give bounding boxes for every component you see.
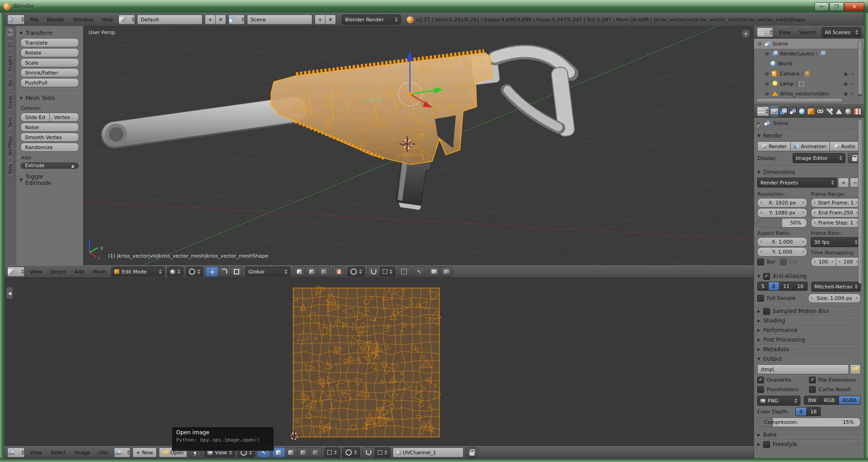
editor-type-image-button[interactable] — [7, 447, 25, 457]
editor-type-info-button[interactable] — [7, 15, 25, 25]
output-path-browse-button[interactable] — [850, 364, 861, 374]
panel-grip[interactable]: :::: — [73, 31, 80, 35]
manipulator-translate-toggle[interactable] — [206, 267, 218, 277]
screen-layout-icon-button[interactable] — [118, 15, 135, 25]
uv-face-select-button[interactable] — [297, 447, 310, 457]
scene-selector[interactable]: Scene — [247, 15, 312, 25]
panel-grip[interactable]: :::: — [73, 96, 80, 100]
open-properties-region-button[interactable]: + — [742, 30, 750, 38]
aa-samples-5[interactable]: 5 — [757, 282, 769, 291]
sticky-selection-selector[interactable] — [324, 447, 340, 457]
editor-type-outliner-button[interactable] — [757, 27, 773, 37]
aspect-x-field[interactable]: X:1.000 — [757, 237, 807, 247]
outliner-menu-search[interactable]: Search — [796, 29, 819, 36]
snap-peel-object-button[interactable] — [398, 267, 410, 277]
outliner-menu-view[interactable]: View — [775, 29, 794, 36]
shelf-tab-relations[interactable]: Rela — [7, 161, 14, 177]
screen-layout-selector[interactable]: Default — [137, 15, 202, 25]
shrink-fatten-button[interactable]: Shrink/Fatten — [20, 68, 79, 77]
bake-panel-header[interactable]: ▶ Bake :::: — [757, 430, 861, 439]
resolution-x-field[interactable]: X:1920 px — [757, 198, 807, 208]
render-still-button[interactable]: Render — [757, 141, 791, 151]
manipulate-center-points-button[interactable]: ↖ — [413, 267, 425, 277]
tab-object[interactable] — [807, 106, 815, 116]
color-mode-bw[interactable]: BW — [804, 396, 820, 405]
outliner-display-filter[interactable]: All Scenes — [822, 27, 861, 37]
panel-grip[interactable]: :::: — [853, 432, 861, 437]
anti-aliasing-panel-header[interactable]: ▼ ✓ Anti-Aliasing :::: — [757, 272, 861, 281]
uv-snap-element-selector[interactable] — [375, 447, 390, 457]
outliner-row-world[interactable]: World — [754, 59, 864, 69]
mode-selector[interactable]: Edit Mode — [111, 267, 165, 277]
edge-select-mode-button[interactable] — [306, 267, 318, 277]
close-scene-button[interactable]: ✕ — [326, 15, 336, 25]
region-collapse-arrow[interactable]: ◀ — [6, 287, 13, 299]
performance-panel-header[interactable]: ▶ Performance :::: — [757, 325, 861, 335]
transform-orientation-selector[interactable]: Global — [245, 267, 291, 277]
resolution-percentage-slider[interactable]: 50% — [757, 218, 807, 228]
slide-edge-button[interactable]: Slide Ed — [20, 113, 50, 122]
proportional-edit-selector[interactable] — [347, 267, 365, 277]
mesh-tools-panel-header[interactable]: ▼ Mesh Tools :::: — [20, 94, 80, 103]
tab-world[interactable] — [798, 106, 806, 116]
tab-object-data[interactable] — [835, 106, 843, 116]
minimize-button[interactable]: — — [814, 2, 829, 11]
new-image-button[interactable]: + New — [133, 447, 157, 457]
outliner-horizontal-scrollbar[interactable] — [756, 98, 843, 103]
noise-button[interactable]: Noise — [20, 123, 79, 132]
compression-slider[interactable]: Compression: 15% — [757, 417, 861, 427]
add-scene-button[interactable]: + — [315, 15, 326, 25]
outliner-vertical-scrollbar[interactable] — [858, 40, 863, 95]
crop-checkbox[interactable] — [780, 258, 787, 265]
randomize-button[interactable]: Randomize — [20, 143, 79, 152]
aa-checkbox[interactable]: ✓ — [763, 273, 770, 280]
aspect-y-field[interactable]: Y:1.000 — [757, 247, 807, 257]
shelf-tab-tank[interactable]: Tank — [7, 114, 14, 131]
tab-modifiers[interactable] — [826, 106, 833, 116]
3d-menu-mesh[interactable]: Mesh — [89, 268, 109, 276]
limit-selection-visible-toggle[interactable] — [332, 267, 345, 277]
snap-toggle[interactable] — [367, 267, 380, 277]
frame-rate-selector[interactable]: 30 fps — [811, 237, 861, 247]
freestyle-checkbox[interactable] — [763, 441, 770, 448]
pin-id-icon[interactable] — [757, 122, 760, 124]
push-pull-button[interactable]: Push/Pull — [20, 78, 79, 87]
transform-panel-header[interactable]: ▼ Transform :::: — [20, 29, 80, 38]
tab-material[interactable] — [844, 106, 852, 116]
visibility-eye-icon[interactable]: ◉ — [842, 91, 849, 96]
outliner-row-camera[interactable]: ⊕ Camera | ◉ ↖ ▣ — [754, 69, 864, 79]
render-presets-selector[interactable]: Render Presets — [757, 178, 837, 188]
file-extensions-checkbox[interactable]: ✓ — [809, 377, 816, 383]
menu-render[interactable]: Render — [44, 16, 68, 24]
panel-grip[interactable]: :::: — [853, 357, 861, 361]
tab-render[interactable] — [770, 106, 778, 116]
render-panel-header[interactable]: ▼ Render :::: — [757, 131, 861, 140]
menu-window[interactable]: Window — [70, 16, 96, 24]
post-processing-panel-header[interactable]: ▶ Post Processing :::: — [757, 335, 861, 344]
shelf-tab-wotmap[interactable]: WoTMap — [7, 133, 14, 159]
expand-icon[interactable]: ⊕ — [764, 71, 770, 77]
output-panel-header[interactable]: ▼ Output :::: — [757, 354, 861, 363]
panel-grip[interactable]: :::: — [853, 338, 861, 342]
menu-file[interactable]: File — [27, 16, 41, 24]
end-frame-field[interactable]: End Fram:250 — [811, 208, 861, 218]
viewport-shading-selector[interactable] — [167, 267, 183, 277]
render-display-selector[interactable]: Image Editor — [793, 153, 845, 163]
3d-menu-add[interactable]: Add — [71, 268, 87, 276]
3d-menu-view[interactable]: View — [27, 268, 45, 276]
render-animation-button[interactable]: Animation — [791, 141, 830, 151]
cache-result-row[interactable]: Cache Result — [809, 385, 861, 394]
scale-button[interactable]: Scale — [20, 58, 79, 67]
3d-viewport[interactable]: y x User Persp (1) |kriss_vector|vis|kri… — [83, 26, 754, 266]
uv-edge-select-button[interactable] — [285, 447, 297, 457]
visibility-eye-icon[interactable]: ◉ — [842, 71, 849, 76]
translate-button[interactable]: Translate — [20, 38, 79, 47]
panel-grip[interactable]: :::: — [853, 347, 861, 352]
editor-type-properties-button[interactable] — [757, 106, 769, 116]
close-button[interactable]: ✕ — [844, 2, 864, 11]
color-mode-rgb[interactable]: RGB — [820, 396, 839, 405]
close-layout-button[interactable]: ✕ — [216, 15, 226, 25]
render-audio-button[interactable]: Audio — [830, 141, 861, 151]
panel-grip[interactable]: :::: — [853, 328, 861, 333]
smooth-vertex-button[interactable]: Smooth Vertex — [20, 133, 79, 142]
